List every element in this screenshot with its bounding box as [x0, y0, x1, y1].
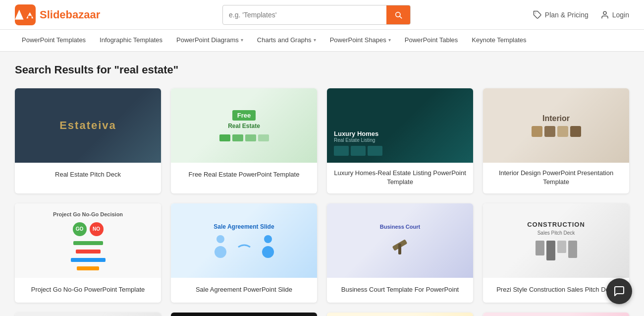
- svg-line-4: [400, 16, 402, 18]
- template-card[interactable]: LISTING: [171, 313, 317, 316]
- main-content: Search Results for "real estate" Estatei…: [0, 52, 644, 316]
- card-thumbnail-placeholder: [15, 313, 161, 316]
- chat-button[interactable]: [606, 278, 632, 304]
- nav-item-keynote-templates[interactable]: Keynote Templates: [465, 30, 533, 52]
- person-icon-left: [211, 233, 230, 258]
- chat-icon: [613, 285, 625, 297]
- chevron-down-icon: ▾: [314, 37, 316, 43]
- card-image: Project Go No-Go Decision GO NO: [15, 203, 161, 278]
- search-input[interactable]: [223, 11, 386, 19]
- card-thumbnail-construction: CONSTRUCTION Sales Pitch Deck: [483, 203, 629, 278]
- card-title: Interior Design PowerPoint Presentation …: [483, 163, 629, 193]
- card-title: Sale Agreement PowerPoint Slide: [171, 278, 317, 303]
- search-results-heading: Search Results for "real estate": [15, 63, 629, 76]
- svg-rect-12: [398, 244, 401, 254]
- nav-item-charts-graphs[interactable]: Charts and Graphs ▾: [250, 30, 323, 52]
- nav-item-powerpoint-templates[interactable]: PowerPoint Templates: [15, 30, 93, 52]
- card-image: Listing Presentation: [327, 313, 473, 316]
- card-title: Project Go No-Go PowerPoint Template: [15, 278, 161, 303]
- search-bar: [222, 5, 411, 25]
- card-image: Business Court: [327, 203, 473, 278]
- template-card[interactable]: Listing Presentation: [327, 313, 473, 316]
- person-icon-right: [258, 233, 278, 258]
- nav-item-powerpoint-shapes[interactable]: PowerPoint Shapes ▾: [323, 30, 398, 52]
- chevron-down-icon: ▾: [388, 37, 391, 43]
- card-image: CONSTRUCTION Sales Pitch Deck: [483, 203, 629, 278]
- card-image: Interior: [483, 88, 629, 163]
- login-button[interactable]: Login: [600, 10, 629, 19]
- card-thumbnail-interior: Interior: [483, 88, 629, 163]
- svg-point-9: [264, 235, 272, 243]
- card-thumbnail-architecture: Architecture: [483, 313, 629, 316]
- logo-text: Slidebazaar: [40, 8, 100, 21]
- svg-rect-2: [28, 15, 31, 18]
- card-image: Luxury Homes Real Estate Listing: [327, 88, 473, 163]
- card-image: Estateiva: [15, 88, 161, 163]
- template-card[interactable]: Project Go No-Go Decision GO NO: [15, 203, 161, 303]
- tag-icon: [533, 10, 542, 19]
- card-title: Free Real Estate PowerPoint Template: [171, 163, 317, 188]
- svg-point-8: [215, 246, 226, 258]
- chevron-down-icon: ▾: [241, 37, 243, 43]
- card-image: [15, 313, 161, 316]
- search-button[interactable]: [386, 5, 410, 25]
- nav: PowerPoint Templates Infographic Templat…: [0, 30, 644, 52]
- gavel-icon: [387, 233, 412, 257]
- template-card[interactable]: Interior Interior Design PowerPoint Pres…: [483, 88, 629, 193]
- template-card[interactable]: Free Real Estate Free Real Estate PowerP…: [171, 88, 317, 193]
- header-right: Plan & Pricing Login: [533, 10, 629, 19]
- logo-icon: [15, 4, 36, 25]
- search-icon: [394, 11, 402, 19]
- card-thumbnail-court: Business Court: [327, 203, 473, 278]
- template-card[interactable]: Business Court Business Court Template F…: [327, 203, 473, 303]
- card-title: Luxury Homes-Real Estate Listing PowerPo…: [327, 163, 473, 193]
- template-card[interactable]: Luxury Homes Real Estate Listing Luxury …: [327, 88, 473, 193]
- svg-point-6: [603, 11, 606, 14]
- nav-item-powerpoint-diagrams[interactable]: PowerPoint Diagrams ▾: [169, 30, 250, 52]
- nav-item-powerpoint-tables[interactable]: PowerPoint Tables: [398, 30, 465, 52]
- header: Slidebazaar Plan & Pricing Login: [0, 0, 644, 30]
- card-image: LISTING: [171, 313, 317, 316]
- nav-item-infographic-templates[interactable]: Infographic Templates: [93, 30, 169, 52]
- card-image: Free Real Estate: [171, 88, 317, 163]
- templates-grid: Estateiva Real Estate Pitch Deck Free Re…: [15, 88, 629, 316]
- card-thumbnail-gono: Project Go No-Go Decision GO NO: [15, 203, 161, 278]
- card-title: Real Estate Pitch Deck: [15, 163, 161, 188]
- svg-point-7: [216, 235, 224, 243]
- logo-svg: [24, 8, 36, 22]
- card-title: Business Court Template For PowerPoint: [327, 278, 473, 303]
- card-thumbnail-free-estate: Free Real Estate: [171, 88, 317, 163]
- card-image: Sale Agreement Slide: [171, 203, 317, 278]
- plan-pricing-link[interactable]: Plan & Pricing: [533, 10, 589, 19]
- template-card[interactable]: Estateiva Real Estate Pitch Deck: [15, 88, 161, 193]
- svg-point-10: [262, 246, 274, 258]
- card-thumbnail-luxury: Luxury Homes Real Estate Listing: [327, 88, 473, 163]
- card-image: Architecture: [483, 313, 629, 316]
- card-thumbnail-dark: LISTING: [171, 313, 317, 316]
- template-card[interactable]: Sale Agreement Slide: [171, 203, 317, 303]
- template-card[interactable]: [15, 313, 161, 316]
- card-thumbnail-sale: Sale Agreement Slide: [171, 203, 317, 278]
- user-icon: [600, 10, 609, 19]
- template-card[interactable]: Architecture: [483, 313, 629, 316]
- logo[interactable]: Slidebazaar: [15, 4, 100, 25]
- card-thumbnail-listing: Listing Presentation: [327, 313, 473, 316]
- handshake-icon: [234, 233, 254, 258]
- card-thumbnail-estateiva: Estateiva: [15, 88, 161, 163]
